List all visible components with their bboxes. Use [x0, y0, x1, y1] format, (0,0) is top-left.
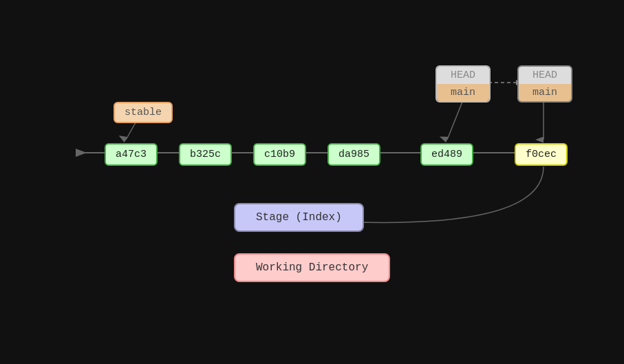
head-active: HEAD main — [517, 65, 572, 103]
head-active-branch: main — [519, 84, 571, 101]
stage-box: Stage (Index) — [234, 203, 364, 232]
commit-b325c: b325c — [179, 143, 232, 166]
branch-stable: stable — [114, 102, 173, 123]
working-directory-box: Working Directory — [234, 253, 390, 282]
commit-ed489: ed489 — [420, 143, 473, 166]
head-inactive: HEAD main — [435, 65, 491, 103]
commit-c10b9: c10b9 — [253, 143, 306, 166]
head-active-label: HEAD — [519, 67, 571, 84]
git-diagram: a47c3 b325c c10b9 da985 ed489 f0cec stab… — [0, 0, 624, 364]
commit-a47c3: a47c3 — [105, 143, 158, 166]
svg-line-10 — [447, 102, 462, 140]
commit-f0cec: f0cec — [515, 143, 568, 166]
head-inactive-label: HEAD — [437, 67, 489, 84]
arrows-layer — [0, 0, 624, 364]
commit-da985: da985 — [327, 143, 380, 166]
head-inactive-branch: main — [437, 84, 489, 101]
